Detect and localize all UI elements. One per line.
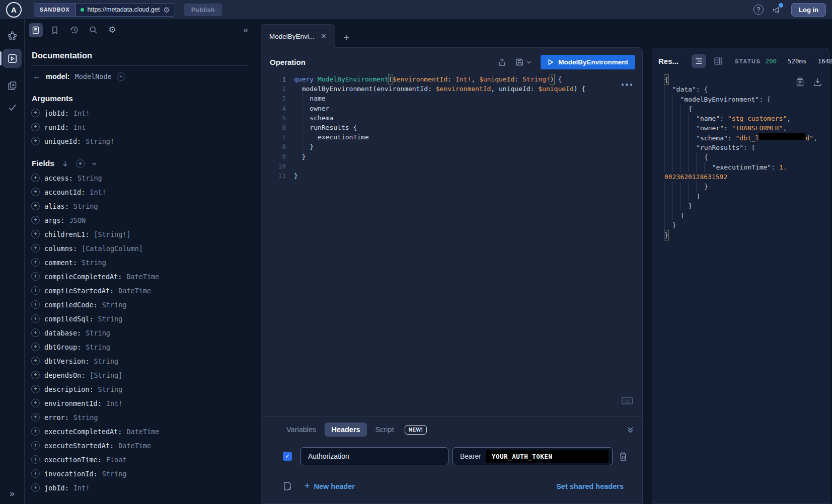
collapse-docs-icon[interactable]: « [244, 25, 248, 35]
field-type[interactable]: DateTime [126, 428, 159, 436]
field-type[interactable]: [String!] [94, 230, 130, 238]
save-icon[interactable] [515, 58, 524, 66]
add-field-icon[interactable]: + [31, 343, 40, 351]
add-field-icon[interactable]: + [31, 483, 40, 492]
docs-tab-settings[interactable]: ⚙ [105, 23, 119, 37]
run-operation-button[interactable]: ModelByEnvironment [541, 55, 635, 69]
header-value-input[interactable]: Bearer YOUR_AUTH_TOKEN [452, 447, 613, 465]
field-type[interactable]: String [102, 470, 127, 478]
field-type[interactable]: String [86, 343, 110, 351]
field-type[interactable]: String [82, 259, 106, 267]
header-enabled-checkbox[interactable]: ✓ [283, 452, 292, 461]
tab-script[interactable]: Script [370, 423, 399, 437]
field-type[interactable]: Int! [73, 109, 90, 117]
sort-down-icon[interactable] [61, 160, 69, 167]
back-arrow-icon[interactable]: ← [33, 72, 41, 81]
operation-tab[interactable]: ModelByEnvi... ✕ [261, 24, 335, 48]
field-type[interactable]: JSON [69, 216, 86, 224]
tree-view-toggle[interactable] [692, 54, 706, 68]
add-type-icon[interactable]: + [117, 72, 125, 81]
field-type[interactable]: Float [106, 456, 127, 464]
add-field-icon[interactable]: + [31, 174, 40, 182]
endpoint-url[interactable]: https://metadata.cloud.get [88, 6, 160, 13]
field-type[interactable]: [String] [90, 371, 122, 379]
table-view-toggle[interactable] [711, 54, 725, 68]
set-shared-headers-link[interactable]: Set shared headers [556, 482, 624, 490]
response-body[interactable]: { "data": { "modelByEnvironment": [ { "n… [652, 72, 829, 240]
field-type[interactable]: DateTime [118, 442, 151, 450]
auth-token-value[interactable]: YOUR_AUTH_TOKEN [486, 450, 609, 463]
add-field-icon[interactable]: + [31, 314, 40, 323]
field-type[interactable]: String [86, 329, 110, 337]
nav-schema[interactable] [3, 26, 22, 45]
field-type[interactable]: DateTime [118, 287, 151, 295]
collapse-section-icon[interactable] [627, 426, 634, 434]
add-field-icon[interactable]: + [31, 244, 40, 253]
tab-variables[interactable]: Variables [281, 423, 321, 437]
add-field-icon[interactable]: + [31, 230, 40, 238]
share-icon[interactable] [498, 58, 506, 67]
expand-rail-icon[interactable]: » [0, 488, 24, 499]
add-field-icon[interactable]: + [31, 441, 40, 450]
field-type[interactable]: Int [73, 123, 86, 131]
add-field-icon[interactable]: + [31, 413, 40, 422]
copy-response-icon[interactable] [796, 77, 804, 87]
field-type[interactable]: DateTime [126, 273, 159, 281]
announcements-megaphone-icon[interactable] [772, 5, 781, 14]
add-field-icon[interactable]: + [31, 286, 40, 295]
field-type[interactable]: Int! [106, 399, 123, 407]
field-type[interactable]: String [73, 202, 98, 210]
add-field-icon[interactable]: + [31, 272, 40, 281]
add-all-fields-icon[interactable]: + [76, 159, 85, 168]
tab-headers[interactable]: Headers [325, 423, 366, 437]
endpoint-settings-gear-icon[interactable]: ⚙ [163, 6, 170, 14]
env-vars-icon[interactable] [283, 481, 292, 491]
apollo-logo[interactable]: A [6, 2, 22, 18]
field-type[interactable]: [CatalogColumn] [82, 244, 143, 253]
add-field-icon[interactable]: + [31, 455, 40, 464]
add-field-icon[interactable]: + [31, 188, 40, 196]
field-type[interactable]: String! [86, 137, 114, 145]
download-response-icon[interactable] [813, 77, 822, 87]
chevron-down-icon[interactable] [92, 161, 97, 166]
field-type[interactable]: Int! [90, 188, 106, 196]
field-type[interactable]: String [102, 301, 127, 309]
close-tab-icon[interactable]: ✕ [321, 32, 327, 40]
docs-tab-history[interactable] [67, 23, 81, 37]
query-editor[interactable]: 1query ModelByEnvironment($environmentId… [261, 74, 642, 181]
field-type[interactable]: String [73, 413, 98, 422]
add-field-icon[interactable]: + [31, 137, 40, 145]
delete-header-icon[interactable] [619, 452, 628, 461]
login-button[interactable]: Log in [791, 3, 826, 17]
new-tab-icon[interactable]: + [344, 33, 349, 42]
field-type[interactable]: String [78, 174, 102, 182]
add-field-icon[interactable]: + [31, 399, 40, 407]
nav-sandbox-docs[interactable] [3, 76, 22, 95]
field-type[interactable]: String [98, 385, 123, 393]
header-key-input[interactable] [300, 447, 448, 465]
docs-tab-search[interactable] [86, 23, 100, 37]
add-field-icon[interactable]: + [31, 371, 40, 379]
add-field-icon[interactable]: + [31, 216, 40, 224]
breadcrumb-type[interactable]: ModelNode [75, 72, 112, 80]
field-type[interactable]: String [98, 315, 123, 323]
editor-options-icon[interactable] [622, 83, 633, 86]
add-field-icon[interactable]: + [31, 357, 40, 365]
add-field-icon[interactable]: + [31, 300, 40, 309]
docs-tab-documentation[interactable] [29, 23, 43, 37]
add-field-icon[interactable]: + [31, 109, 40, 117]
add-field-icon[interactable]: + [31, 202, 40, 210]
publish-button[interactable]: Publish [184, 4, 222, 16]
keyboard-shortcuts-icon[interactable] [622, 397, 633, 404]
add-field-icon[interactable]: + [31, 385, 40, 393]
save-chevron-icon[interactable] [526, 60, 532, 65]
new-header-button[interactable]: + New header [305, 481, 355, 491]
add-field-icon[interactable]: + [31, 258, 40, 267]
add-field-icon[interactable]: + [31, 427, 40, 436]
save-group[interactable] [515, 58, 532, 66]
endpoint-url-box[interactable]: https://metadata.cloud.get ⚙ [76, 4, 175, 16]
nav-explorer[interactable] [3, 49, 22, 68]
add-field-icon[interactable]: + [31, 123, 40, 131]
add-field-icon[interactable]: + [31, 469, 40, 478]
docs-tab-saved[interactable] [48, 23, 62, 37]
